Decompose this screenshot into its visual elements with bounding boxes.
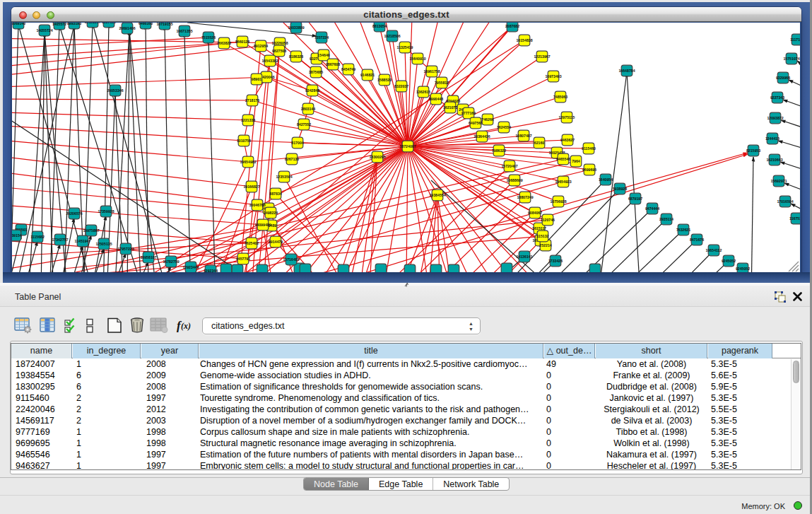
svg-text:12975115: 12975115 bbox=[559, 115, 575, 119]
svg-text:154640: 154640 bbox=[317, 53, 329, 57]
svg-text:9465546: 9465546 bbox=[556, 157, 570, 161]
svg-text:1167533: 1167533 bbox=[789, 216, 800, 221]
svg-text:12353594: 12353594 bbox=[276, 175, 292, 179]
svg-text:7986322: 7986322 bbox=[492, 148, 506, 153]
svg-text:887834: 887834 bbox=[269, 192, 281, 196]
svg-text:2718176: 2718176 bbox=[245, 98, 259, 103]
svg-text:8660128: 8660128 bbox=[235, 40, 249, 44]
svg-text:1588520: 1588520 bbox=[377, 78, 392, 82]
svg-text:8322037: 8322037 bbox=[394, 84, 408, 88]
svg-text:12505135: 12505135 bbox=[95, 242, 112, 246]
svg-text:746266: 746266 bbox=[481, 117, 493, 122]
svg-text:9457791: 9457791 bbox=[236, 257, 250, 261]
svg-text:17359928: 17359928 bbox=[98, 209, 114, 214]
svg-text:8990448: 8990448 bbox=[429, 97, 443, 101]
svg-text:10975867: 10975867 bbox=[83, 228, 99, 233]
svg-text:2867608: 2867608 bbox=[326, 62, 340, 66]
svg-text:17342757: 17342757 bbox=[52, 238, 68, 242]
svg-text:10973493: 10973493 bbox=[545, 74, 561, 78]
svg-text:9146821: 9146821 bbox=[360, 73, 375, 77]
svg-text:9474444: 9474444 bbox=[645, 206, 659, 211]
svg-text:10688609: 10688609 bbox=[506, 178, 522, 182]
svg-text:16782759: 16782759 bbox=[163, 259, 179, 264]
svg-text:8267130: 8267130 bbox=[285, 157, 299, 161]
svg-text:14136141: 14136141 bbox=[516, 255, 532, 259]
svg-text:10958107: 10958107 bbox=[140, 255, 156, 259]
svg-text:14055724: 14055724 bbox=[36, 28, 52, 33]
svg-text:20206576: 20206576 bbox=[66, 211, 82, 216]
svg-text:7357224: 7357224 bbox=[314, 35, 329, 40]
svg-text:8215953: 8215953 bbox=[746, 148, 760, 153]
svg-text:139154: 139154 bbox=[12, 233, 22, 238]
svg-text:18724007: 18724007 bbox=[399, 144, 416, 148]
svg-text:1527602: 1527602 bbox=[102, 23, 116, 24]
svg-text:7485063: 7485063 bbox=[553, 95, 567, 99]
svg-text:15692971: 15692971 bbox=[770, 179, 787, 183]
svg-text:10046788: 10046788 bbox=[249, 203, 265, 207]
svg-text:8912954: 8912954 bbox=[254, 44, 268, 48]
svg-text:1615117: 1615117 bbox=[532, 226, 546, 230]
svg-text:14099489: 14099489 bbox=[254, 223, 271, 227]
svg-text:9227343: 9227343 bbox=[770, 95, 784, 100]
svg-text:19654982: 19654982 bbox=[240, 160, 256, 164]
svg-text:10807487: 10807487 bbox=[515, 134, 531, 138]
svg-text:10719155: 10719155 bbox=[156, 23, 172, 26]
svg-text:16671355: 16671355 bbox=[176, 29, 192, 33]
svg-text:9245052: 9245052 bbox=[736, 267, 750, 271]
svg-text:252214: 252214 bbox=[539, 243, 551, 247]
svg-text:19218506: 19218506 bbox=[384, 34, 400, 38]
svg-text:817004: 817004 bbox=[291, 141, 303, 145]
svg-text:7964: 7964 bbox=[572, 159, 580, 163]
svg-text:17016504: 17016504 bbox=[777, 199, 793, 204]
svg-text:9827508: 9827508 bbox=[272, 49, 286, 53]
svg-text:20053346: 20053346 bbox=[107, 88, 123, 93]
svg-text:16154838: 16154838 bbox=[516, 38, 532, 42]
svg-text:1640954: 1640954 bbox=[599, 177, 613, 182]
svg-text:9245052: 9245052 bbox=[722, 259, 736, 263]
svg-text:2935114: 2935114 bbox=[659, 217, 673, 221]
svg-text:9699695: 9699695 bbox=[582, 168, 596, 172]
svg-text:16210643: 16210643 bbox=[766, 158, 782, 162]
svg-text:12213967: 12213967 bbox=[534, 54, 550, 59]
svg-text:18300295: 18300295 bbox=[369, 155, 385, 159]
svg-text:9115460: 9115460 bbox=[582, 146, 596, 151]
svg-text:3624554: 3624554 bbox=[497, 125, 511, 129]
svg-text:9777169: 9777169 bbox=[461, 111, 476, 115]
svg-text:6914479: 6914479 bbox=[269, 240, 283, 244]
svg-text:17957223: 17957223 bbox=[117, 247, 134, 251]
svg-text:16543382: 16543382 bbox=[261, 59, 278, 63]
svg-text:8186328: 8186328 bbox=[289, 54, 303, 59]
svg-text:8427552: 8427552 bbox=[297, 122, 311, 127]
svg-text:10654112: 10654112 bbox=[706, 248, 722, 252]
svg-text:3875685: 3875685 bbox=[309, 70, 323, 74]
svg-text:2069140: 2069140 bbox=[12, 23, 25, 25]
svg-text:1733426: 1733426 bbox=[548, 259, 563, 263]
svg-text:20691406: 20691406 bbox=[119, 26, 135, 30]
svg-text:1115682: 1115682 bbox=[30, 235, 45, 239]
svg-text:7625402: 7625402 bbox=[245, 241, 259, 245]
svg-text:5938928: 5938928 bbox=[613, 187, 627, 191]
svg-text:6497568: 6497568 bbox=[469, 121, 483, 125]
svg-text:1010755: 1010755 bbox=[237, 139, 251, 143]
svg-text:19166827: 19166827 bbox=[243, 185, 259, 189]
svg-text:9329966: 9329966 bbox=[776, 76, 790, 80]
svg-text:16648784: 16648784 bbox=[618, 69, 635, 73]
svg-text:1117196: 1117196 bbox=[790, 37, 800, 42]
svg-text:12093872: 12093872 bbox=[767, 116, 783, 120]
svg-text:8471676: 8471676 bbox=[690, 238, 704, 242]
svg-text:19384554: 19384554 bbox=[429, 193, 445, 197]
svg-text:9463627: 9463627 bbox=[560, 138, 575, 142]
svg-text:6879197: 6879197 bbox=[628, 197, 642, 201]
svg-text:8813054: 8813054 bbox=[372, 24, 387, 28]
svg-text:11451947: 11451947 bbox=[75, 239, 91, 243]
svg-text:1120746: 1120746 bbox=[541, 218, 555, 222]
svg-text:1405572: 1405572 bbox=[52, 23, 66, 26]
svg-text:7663822: 7663822 bbox=[217, 41, 231, 45]
svg-text:62160: 62160 bbox=[534, 141, 545, 145]
svg-text:13226058: 13226058 bbox=[271, 41, 288, 45]
svg-text:1221338: 1221338 bbox=[241, 118, 255, 122]
svg-text:15716485: 15716485 bbox=[283, 257, 299, 262]
svg-text:6466160: 6466160 bbox=[139, 23, 153, 25]
svg-text:8993193: 8993193 bbox=[67, 23, 81, 25]
svg-text:20364436: 20364436 bbox=[473, 134, 490, 139]
